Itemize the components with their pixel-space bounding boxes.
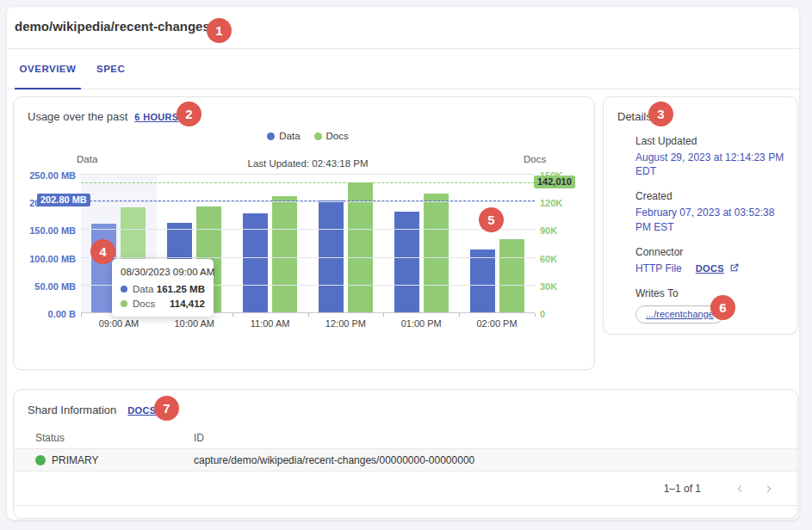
tab-bar: OVERVIEW SPEC xyxy=(7,49,799,89)
shard-id-value: capture/demo/wikipedia/recent-changes/00… xyxy=(194,454,474,466)
x-tick: 12:00 PM xyxy=(307,318,383,329)
axis-tick xyxy=(459,313,460,317)
next-page-button[interactable] xyxy=(758,478,780,500)
bar-data-02:00 PM[interactable] xyxy=(470,250,495,313)
tooltip-title: 08/30/2023 09:00 AM xyxy=(121,267,205,277)
legend-dot-docs xyxy=(314,132,322,140)
x-tick: 10:00 AM xyxy=(157,318,232,329)
y-tick-left: 0.00 B xyxy=(48,309,76,319)
chart-legend: Data Docs xyxy=(81,131,535,141)
status-value: PRIMARY xyxy=(52,454,98,466)
column-id: ID xyxy=(194,432,204,444)
gridline xyxy=(81,229,535,230)
bar-docs-02:00 PM[interactable] xyxy=(499,239,524,313)
details-card: Details Last Updated August 29, 2023 at … xyxy=(603,96,798,335)
x-tick: 01:00 PM xyxy=(383,318,459,329)
bar-docs-11:00 AM[interactable] xyxy=(272,196,297,313)
bar-group-01:00 PM xyxy=(383,175,459,313)
y-tick-left: 250.00 MB xyxy=(29,170,76,181)
column-status: Status xyxy=(35,432,194,444)
markline-label: 202.80 MB xyxy=(37,194,90,206)
usage-card: Usage over the past 6 HOURS Data Docs La… xyxy=(13,96,595,370)
y-tick-left: 150.00 MB xyxy=(29,225,76,236)
last-updated-label: Last Updated xyxy=(635,135,784,147)
tooltip-dot-docs xyxy=(121,300,127,307)
y-tick-right: 120K xyxy=(540,198,562,208)
axis-tick xyxy=(232,313,233,317)
annotation-marker-5: 5 xyxy=(479,207,504,232)
x-tick: 09:00 AM xyxy=(81,318,157,329)
usage-title: Usage over the past xyxy=(28,110,127,123)
tooltip-dot-data xyxy=(121,286,127,293)
annotation-marker-6: 6 xyxy=(710,295,735,320)
previous-page-button[interactable] xyxy=(728,478,751,500)
axis-tick xyxy=(81,313,82,317)
bar-group-11:00 AM xyxy=(232,175,308,313)
title-row: demo/wikipedia/recent-changes xyxy=(7,7,799,49)
tab-overview[interactable]: OVERVIEW xyxy=(15,49,81,89)
legend-dot-data xyxy=(267,132,275,140)
annotation-marker-2: 2 xyxy=(177,102,201,126)
y-tick-right: 60K xyxy=(540,254,557,264)
gridline xyxy=(81,257,535,258)
chart-tooltip: 08/30/2023 09:00 AM Data 161.25 MB Docs … xyxy=(112,259,214,317)
annotation-marker-3: 3 xyxy=(648,102,673,126)
y-tick-right: 0 xyxy=(540,309,545,319)
axis-tick xyxy=(308,313,309,317)
y-tick-left: 100.00 MB xyxy=(29,254,76,264)
connector-docs-link[interactable]: DOCS xyxy=(696,263,724,274)
time-range-link[interactable]: 6 HOURS xyxy=(134,112,178,122)
left-axis-title: Data xyxy=(77,154,97,164)
writes-to-label: Writes To xyxy=(635,287,784,299)
connector-value: HTTP File xyxy=(635,262,682,275)
legend-item-docs[interactable]: Docs xyxy=(314,131,349,141)
bar-data-01:00 PM[interactable] xyxy=(394,212,419,313)
shard-docs-link[interactable]: DOCS xyxy=(127,405,156,416)
tooltip-row-data: Data 161.25 MB xyxy=(121,284,205,294)
pagination-label: 1–1 of 1 xyxy=(664,483,701,495)
last-updated-value: August 29, 2023 at 12:14:23 PM EDT xyxy=(635,151,787,178)
pagination-bar: 1–1 of 1 xyxy=(14,472,797,506)
table-row[interactable]: PRIMARY capture/demo/wikipedia/recent-ch… xyxy=(14,448,797,471)
markline-dash xyxy=(81,182,535,183)
x-tick: 02:00 PM xyxy=(459,318,535,329)
tab-spec[interactable]: SPEC xyxy=(81,49,140,89)
axis-tick xyxy=(383,313,384,317)
legend-item-data[interactable]: Data xyxy=(267,131,300,141)
markline-label: 142,010 xyxy=(534,176,575,188)
y-tick-right: 30K xyxy=(540,281,557,292)
annotation-marker-1: 1 xyxy=(207,18,232,43)
annotation-marker-4: 4 xyxy=(90,239,115,264)
writes-to-link[interactable]: .../recentchange xyxy=(646,309,714,319)
markline-dash xyxy=(81,200,535,201)
right-axis-title: Docs xyxy=(524,154,546,164)
external-link-icon[interactable] xyxy=(728,262,740,274)
tooltip-row-docs: Docs 114,412 xyxy=(121,299,205,309)
gridline xyxy=(81,174,535,175)
annotation-marker-7: 7 xyxy=(154,396,179,421)
shard-table-header: Status ID xyxy=(14,428,797,448)
shard-card: Shard Information DOCS Status ID PRIMARY… xyxy=(13,389,798,519)
x-axis: 09:00 AM10:00 AM11:00 AM12:00 PM01:00 PM… xyxy=(81,318,535,329)
details-title: Details xyxy=(617,110,784,123)
x-tick: 11:00 AM xyxy=(232,318,308,329)
bar-group-12:00 PM xyxy=(307,175,383,313)
y-tick-left: 50.00 MB xyxy=(34,281,76,292)
connector-label: Connector xyxy=(635,246,784,258)
chart-last-updated: Last Updated: 02:43:18 PM xyxy=(81,158,535,169)
created-value: February 07, 2023 at 03:52:38 PM EST xyxy=(635,206,787,233)
y-axis-right: 030K60K90K120K150K xyxy=(540,175,592,313)
shard-title: Shard Information xyxy=(28,404,116,416)
page-title: demo/wikipedia/recent-changes xyxy=(15,19,210,34)
status-dot-icon xyxy=(35,455,46,465)
axis-tick xyxy=(535,313,536,317)
bar-group-02:00 PM xyxy=(459,175,535,313)
page-card: demo/wikipedia/recent-changes OVERVIEW S… xyxy=(7,7,799,520)
y-tick-right: 90K xyxy=(540,225,557,236)
shard-table: Status ID PRIMARY capture/demo/wikipedia… xyxy=(14,428,797,471)
bar-docs-01:00 PM[interactable] xyxy=(424,194,449,313)
created-label: Created xyxy=(635,190,784,202)
